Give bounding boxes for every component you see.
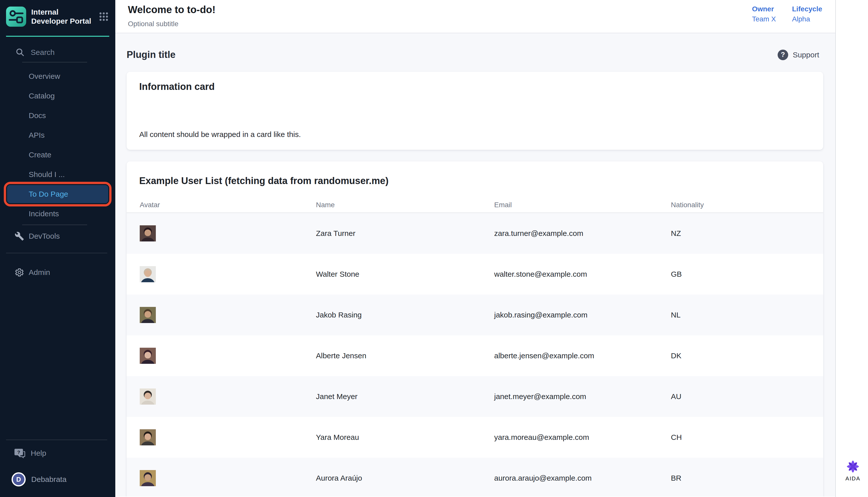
page-title: Welcome to to-do! [128,4,835,15]
row-avatar [140,348,316,364]
devtools-label: DevTools [29,232,60,240]
wrench-icon [15,231,24,241]
user-email: zara.turner@example.com [494,229,671,238]
user-email: walter.stone@example.com [494,270,671,279]
sidebar-item-admin[interactable]: Admin [0,263,115,282]
sidebar: Internal Developer Portal Search Overvie… [0,0,115,497]
user-email: yara.moreau@example.com [494,433,671,442]
apps-grid-icon[interactable] [99,12,109,22]
gear-icon [15,268,24,277]
sidebar-item-devtools[interactable]: DevTools [0,227,115,246]
user-name: Walter Stone [316,270,494,279]
user-nationality: AU [671,392,810,401]
sidebar-item-apis[interactable]: APIs [0,125,115,145]
sidebar-logo-row: Internal Developer Portal [0,0,115,27]
sidebar-nav: Overview Catalog Docs APIs Create Should… [0,67,115,224]
sidebar-item-docs[interactable]: Docs [0,106,115,125]
column-header-email: Email [494,201,671,209]
sidebar-search[interactable]: Search [0,45,115,59]
sidebar-divider [22,225,87,225]
main-area: Welcome to to-do! Optional subtitle Owne… [115,0,835,497]
user-nationality: DK [671,352,810,360]
lifecycle-label[interactable]: Lifecycle [792,5,822,13]
page-right-gutter [835,0,868,497]
support-label: Support [793,51,819,59]
meta-lifecycle: Lifecycle Alpha [792,5,822,23]
header-meta: Owner Team X Lifecycle Alpha [752,5,822,23]
admin-label: Admin [29,268,50,277]
user-nationality: NL [671,311,810,319]
page-header: Welcome to to-do! Optional subtitle Owne… [115,0,835,33]
sidebar-user[interactable]: D Debabrata [0,469,115,489]
user-name: Aurora Araújo [316,474,494,482]
owner-label[interactable]: Owner [752,5,776,13]
meta-owner: Owner Team X [752,5,776,23]
sidebar-spacer [0,282,115,440]
svg-text:?: ? [17,450,20,455]
column-header-name: Name [316,201,494,209]
table-header-row: Avatar Name Email Nationality [127,197,823,213]
user-name: Alberte Jensen [316,352,494,360]
table-row: Aurora Araújo aurora.araujo@example.com … [127,458,823,497]
table-row: Alberte Jensen alberte.jensen@example.co… [127,335,823,376]
user-email: janet.meyer@example.com [494,392,671,401]
table-row: Yara Moreau yara.moreau@example.com CH [127,417,823,458]
user-nationality: GB [671,270,810,279]
sidebar-item-catalog[interactable]: Catalog [0,86,115,106]
user-email: alberte.jensen@example.com [494,352,671,360]
user-nationality: CH [671,433,810,442]
search-label: Search [31,48,55,57]
sidebar-item-to-do-page[interactable]: To Do Page [7,185,108,203]
sidebar-item-overview[interactable]: Overview [0,67,115,86]
table-row: Jakob Rasing jakob.rasing@example.com NL [127,295,823,335]
row-avatar [140,266,316,282]
table-body: Zara Turner zara.turner@example.com NZ W… [127,213,823,497]
user-nationality: NZ [671,229,810,238]
sidebar-divider [6,440,107,440]
sidebar-divider [6,253,107,253]
row-avatar [140,307,316,323]
user-list-card: Example User List (fetching data from ra… [127,161,823,497]
row-avatar [140,470,316,486]
sidebar-item-create[interactable]: Create [0,145,115,165]
page-subtitle: Optional subtitle [128,20,835,28]
app-window: Internal Developer Portal Search Overvie… [0,0,868,497]
column-header-nationality: Nationality [671,201,810,209]
lifecycle-value[interactable]: Alpha [792,15,822,23]
user-email: aurora.araujo@example.com [494,474,671,482]
aida-flower-icon [846,460,860,473]
page-content: Plugin title ? Support Information card … [115,33,835,497]
user-name: Yara Moreau [316,433,494,442]
information-card: Information card All content should be w… [127,72,823,150]
plugin-title: Plugin title [127,49,175,60]
app-title: Internal Developer Portal [31,8,94,26]
user-list-title: Example User List (fetching data from ra… [127,161,823,186]
table-row: Zara Turner zara.turner@example.com NZ [127,213,823,254]
app-logo-icon [6,6,26,27]
table-row: Walter Stone walter.stone@example.com GB [127,254,823,295]
user-avatar: D [12,472,26,486]
column-header-avatar: Avatar [140,201,316,209]
sidebar-accent-rule [6,36,109,37]
row-avatar [140,225,316,241]
aida-label: AIDA [845,475,860,482]
sidebar-item-should-i[interactable]: Should I ... [0,165,115,184]
user-nationality: BR [671,474,810,482]
search-icon [16,48,25,57]
user-name: Jakob Rasing [316,311,494,319]
user-email: jakob.rasing@example.com [494,311,671,319]
user-name: Zara Turner [316,229,494,238]
information-card-title: Information card [139,81,811,92]
sidebar-item-incidents[interactable]: Incidents [0,204,115,224]
aida-badge[interactable]: AIDA [841,460,865,482]
owner-value[interactable]: Team X [752,15,776,23]
sidebar-divider [22,62,87,62]
table-row: Janet Meyer janet.meyer@example.com AU [127,376,823,417]
help-bubble-icon: ? [14,448,25,459]
support-button[interactable]: ? Support [778,49,819,60]
user-name-label: Debabrata [31,475,67,484]
plugin-title-row: Plugin title ? Support [127,33,823,60]
row-avatar [140,429,316,445]
row-avatar [140,388,316,404]
sidebar-item-help[interactable]: ? Help [0,443,115,463]
